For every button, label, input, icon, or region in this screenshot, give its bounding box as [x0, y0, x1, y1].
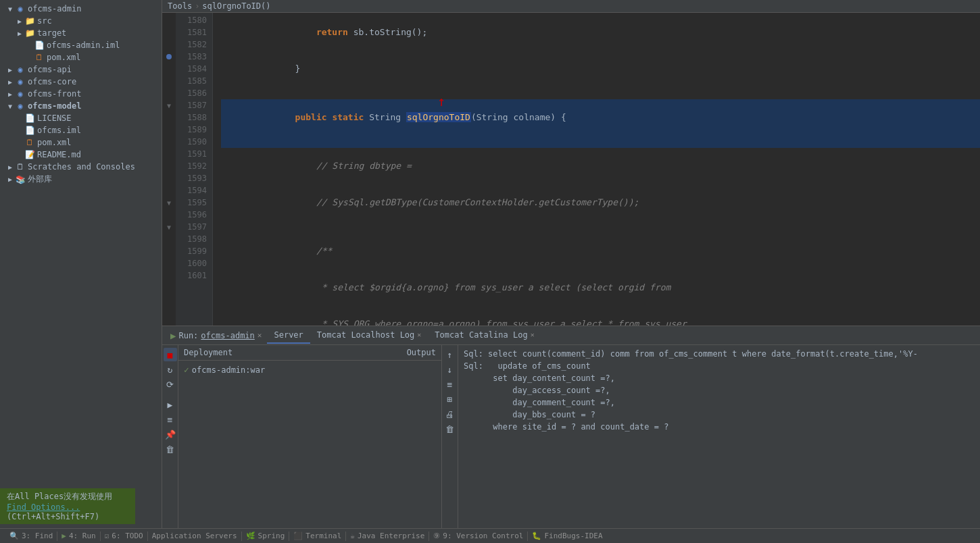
- status-todo[interactable]: ☑ 6: TODO: [101, 529, 147, 543]
- output-line-2: Sql: update of_cms_count: [464, 360, 975, 372]
- tree-arrow-ofcms-api: ▶: [5, 65, 15, 74]
- output-line-1: Sql: select count(comment_id) comm from …: [464, 348, 975, 360]
- status-spring[interactable]: 🌿 Spring: [242, 529, 289, 543]
- sidebar-item-target[interactable]: ▶ 📁 target: [0, 27, 162, 39]
- tree-arrow-ofcms-model: ▼: [5, 101, 15, 111]
- output-line-3: set day_content_count =?,: [464, 372, 975, 384]
- tab-tomcat-catalina-close[interactable]: ✕: [531, 331, 535, 338]
- gutter-1591: [162, 148, 176, 160]
- status-run[interactable]: ▶ 4: Run: [57, 529, 99, 543]
- tab-tomcat-localhost-close[interactable]: ✕: [417, 331, 421, 338]
- status-todo-label: 6: TODO: [112, 532, 143, 540]
- search-notification-text: 在All Places没有发现使用: [7, 491, 128, 502]
- status-find[interactable]: 🔍 3: Find: [5, 529, 57, 543]
- module-icon-model: ◉: [15, 101, 26, 111]
- status-app-servers[interactable]: Application Servers: [148, 529, 241, 543]
- reload-button[interactable]: ⟳: [164, 378, 177, 391]
- sidebar-item-ofcms-iml[interactable]: ▶ 📄 ofcms.iml: [0, 124, 162, 136]
- bottom-tabs-bar: ▶ Run: ofcms-admin ✕ Server Tomcat Local…: [162, 326, 980, 345]
- sidebar-item-readme[interactable]: ▶ 📝 README.md: [0, 149, 162, 161]
- status-terminal[interactable]: ⬛ Terminal: [289, 529, 345, 543]
- run-toolbar: ■ ↻ ⟳ ▶ ≡ 📌 🗑: [162, 345, 178, 528]
- deployment-list: ✓ ofcms-admin:war: [178, 361, 441, 528]
- gutter-1599: [162, 245, 176, 257]
- format-button[interactable]: ≡: [443, 378, 457, 391]
- fold-marker-1597[interactable]: ▼: [167, 224, 171, 231]
- gutter-area: ▼ ▼ ▼: [162, 13, 176, 326]
- trash-button[interactable]: 🗑: [164, 442, 177, 456]
- breadcrumb-method[interactable]: sqlOrgnoToID(): [202, 1, 270, 11]
- status-find-label: 3: Find: [22, 532, 53, 540]
- run-app-close[interactable]: ✕: [258, 331, 262, 340]
- breadcrumb-tools[interactable]: Tools: [168, 1, 192, 11]
- deployment-item-war: ✓ ofcms-admin:war: [181, 363, 439, 376]
- sidebar-item-src[interactable]: ▶ 📁 src: [0, 15, 162, 27]
- align-button[interactable]: ⊞: [443, 392, 457, 406]
- stop-button[interactable]: ■: [164, 348, 177, 361]
- bottom-content: ■ ↻ ⟳ ▶ ≡ 📌 🗑 Deployment Output: [162, 345, 980, 528]
- search-notification-link[interactable]: Find Options... (Ctrl+Alt+Shift+F7): [7, 502, 128, 521]
- status-vc-label: 9: Version Control: [443, 532, 523, 540]
- fold-marker-1587[interactable]: ▼: [167, 102, 171, 109]
- auto-scroll-button[interactable]: ≡: [164, 413, 177, 426]
- output-line-7: where site_id = ? and count_date = ?: [464, 421, 975, 433]
- code-line-1581: }: [221, 51, 980, 87]
- scroll-up-button[interactable]: ↑: [443, 348, 457, 361]
- deployment-panel: Deployment Output ✓ ofcms-admin:war: [178, 345, 442, 528]
- todo-icon: ☑: [105, 532, 109, 540]
- find-options-link[interactable]: Find Options...: [7, 502, 80, 512]
- tree-arrow-scratches: ▶: [5, 162, 15, 172]
- status-version-control[interactable]: ⑨ 9: Version Control: [429, 529, 527, 543]
- editor-content: ▼ ▼ ▼: [162, 13, 980, 326]
- run-app-name[interactable]: ofcms-admin: [201, 331, 254, 340]
- sidebar-label-ofcms-core: ofcms-core: [28, 77, 76, 86]
- gutter-1588: [162, 111, 176, 124]
- output-line-5: day_comment_count =?,: [464, 396, 975, 409]
- fold-marker-1595[interactable]: ▼: [167, 199, 171, 207]
- rerun-button[interactable]: ↻: [164, 363, 177, 376]
- output-label: Output: [407, 348, 436, 357]
- code-editor[interactable]: return sb.toString(); } public static St…: [213, 13, 980, 326]
- pin-button[interactable]: 📌: [164, 428, 177, 441]
- bottom-panel: ▶ Run: ofcms-admin ✕ Server Tomcat Local…: [162, 326, 980, 528]
- sidebar-item-ofcms-api[interactable]: ▶ ◉ ofcms-api: [0, 63, 162, 76]
- tree-arrow-external: ▶: [5, 175, 15, 184]
- status-java-enterprise-label: Java Enterprise: [358, 532, 424, 540]
- tab-tomcat-localhost[interactable]: Tomcat Localhost Log ✕: [310, 328, 428, 344]
- sidebar-item-license[interactable]: ▶ 📄 LICENSE: [0, 112, 162, 124]
- sidebar-label-pom-xml: pom.xml: [47, 53, 81, 62]
- main-layout: ▼ ◉ ofcms-admin ▶ 📁 src ▶ 📁 target ▶ 📄 o…: [0, 0, 980, 528]
- tab-server[interactable]: Server: [267, 328, 310, 344]
- sidebar-label-ofcms-admin-iml: ofcms-admin.iml: [47, 41, 120, 50]
- deployment-header: Deployment Output: [178, 345, 441, 361]
- resume-button[interactable]: ▶: [164, 398, 177, 411]
- sidebar-item-ofcms-model[interactable]: ▼ ◉ ofcms-model: [0, 100, 162, 112]
- gutter-1582: [162, 38, 176, 51]
- sidebar-item-pom-xml2[interactable]: ▶ 🗒 pom.xml: [0, 136, 162, 149]
- sidebar-item-pom-xml[interactable]: ▶ 🗒 pom.xml: [0, 51, 162, 63]
- status-run-label: 4: Run: [69, 532, 96, 540]
- sidebar-label-readme: README.md: [37, 150, 81, 159]
- sidebar-item-ofcms-core[interactable]: ▶ ◉ ofcms-core: [0, 76, 162, 88]
- tree-arrow-src: ▶: [15, 16, 24, 26]
- sidebar-item-ofcms-front[interactable]: ▶ ◉ ofcms-front: [0, 88, 162, 100]
- search-notification[interactable]: 在All Places没有发现使用 Find Options... (Ctrl+…: [0, 488, 135, 524]
- sidebar-item-external[interactable]: ▶ 📚 外部库: [0, 173, 162, 186]
- md-icon: 📝: [24, 149, 35, 160]
- clear-output-button[interactable]: 🗑: [443, 422, 457, 436]
- tab-server-label: Server: [274, 330, 303, 340]
- tab-tomcat-catalina[interactable]: Tomcat Catalina Log ✕: [428, 328, 541, 344]
- deployment-label: Deployment: [184, 348, 232, 357]
- print-button[interactable]: 🖨: [443, 407, 457, 421]
- status-java-enterprise[interactable]: ☕ Java Enterprise: [346, 529, 428, 543]
- sidebar-label-target: target: [37, 28, 66, 38]
- status-findbugs[interactable]: 🐛 FindBugs-IDEA: [528, 529, 606, 543]
- run-icon: ▶: [62, 532, 66, 540]
- scroll-down-button[interactable]: ↓: [443, 363, 457, 376]
- sidebar-item-ofcms-admin-iml[interactable]: ▶ 📄 ofcms-admin.iml: [0, 39, 162, 51]
- tab-tomcat-localhost-label: Tomcat Localhost Log: [317, 330, 415, 340]
- sidebar-item-scratches[interactable]: ▶ 🗒 Scratches and Consoles: [0, 161, 162, 173]
- sidebar-label-ofcms-model: ofcms-model: [28, 101, 81, 111]
- sidebar-label-ofcms-front: ofcms-front: [28, 89, 81, 99]
- sidebar-item-ofcms-admin[interactable]: ▼ ◉ ofcms-admin: [0, 3, 162, 15]
